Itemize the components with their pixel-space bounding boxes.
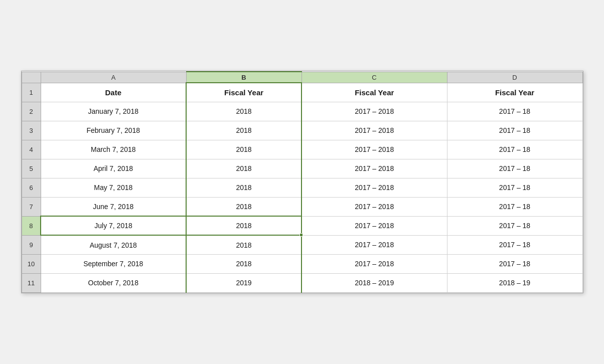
table-row: 10September 7, 201820182017 – 20182017 –…	[22, 254, 582, 273]
table-row: 3February 7, 201820182017 – 20182017 – 1…	[22, 121, 582, 140]
cell-value-1-d: Fiscal Year	[495, 88, 534, 97]
cell-7-c[interactable]: 2017 – 2018	[301, 197, 447, 216]
cell-value-2-a: January 7, 2018	[88, 107, 138, 115]
table-row: 8July 7, 201820182017 – 20182017 – 18	[22, 216, 582, 235]
cell-11-d[interactable]: 2018 – 19	[447, 273, 582, 292]
cell-7-b[interactable]: 2018	[186, 197, 301, 216]
cell-8-d[interactable]: 2017 – 18	[447, 216, 582, 235]
cell-value-9-c: 2017 – 2018	[355, 241, 394, 249]
cell-1-a[interactable]: Date	[41, 83, 186, 102]
spreadsheet: A B C D 1DateFiscal YearFiscal YearFisca…	[21, 71, 583, 293]
table-row: 5April 7, 201820182017 – 20182017 – 18	[22, 159, 582, 178]
cell-value-4-b: 2018	[236, 145, 251, 153]
row-num-9[interactable]: 9	[22, 235, 41, 254]
cell-value-4-c: 2017 – 2018	[355, 145, 394, 153]
cell-9-a[interactable]: August 7, 2018	[41, 235, 186, 254]
cell-1-c[interactable]: Fiscal Year	[301, 83, 447, 102]
cell-11-c[interactable]: 2018 – 2019	[301, 273, 447, 292]
col-header-c[interactable]: C	[301, 72, 447, 83]
row-num-6[interactable]: 6	[22, 178, 41, 197]
cell-value-11-a: October 7, 2018	[88, 279, 138, 287]
row-num-7[interactable]: 7	[22, 197, 41, 216]
cell-value-7-a: June 7, 2018	[93, 203, 133, 211]
row-num-11[interactable]: 11	[22, 273, 41, 292]
cell-value-8-d: 2017 – 18	[499, 222, 530, 230]
cell-4-a[interactable]: March 7, 2018	[41, 140, 186, 159]
col-header-b[interactable]: B	[186, 72, 301, 83]
cell-value-7-d: 2017 – 18	[499, 203, 530, 211]
row-num-5[interactable]: 5	[22, 159, 41, 178]
cell-value-2-d: 2017 – 18	[499, 107, 530, 115]
cell-value-6-b: 2018	[236, 184, 251, 192]
cell-2-b[interactable]: 2018	[186, 102, 301, 121]
cell-value-5-a: April 7, 2018	[93, 164, 133, 172]
cell-3-b[interactable]: 2018	[186, 121, 301, 140]
cell-5-b[interactable]: 2018	[186, 159, 301, 178]
cell-2-c[interactable]: 2017 – 2018	[301, 102, 447, 121]
cell-6-d[interactable]: 2017 – 18	[447, 178, 582, 197]
cell-value-1-c: Fiscal Year	[355, 88, 394, 97]
cell-5-c[interactable]: 2017 – 2018	[301, 159, 447, 178]
cell-3-d[interactable]: 2017 – 18	[447, 121, 582, 140]
cell-10-a[interactable]: September 7, 2018	[41, 254, 186, 273]
cell-value-10-d: 2017 – 18	[499, 260, 530, 268]
cell-value-9-d: 2017 – 18	[499, 241, 530, 249]
cell-4-b[interactable]: 2018	[186, 140, 301, 159]
cell-value-3-d: 2017 – 18	[499, 126, 530, 134]
cell-4-d[interactable]: 2017 – 18	[447, 140, 582, 159]
cell-5-d[interactable]: 2017 – 18	[447, 159, 582, 178]
cell-7-d[interactable]: 2017 – 18	[447, 197, 582, 216]
col-header-d[interactable]: D	[447, 72, 582, 83]
row-num-1[interactable]: 1	[22, 83, 41, 102]
cell-6-c[interactable]: 2017 – 2018	[301, 178, 447, 197]
row-num-4[interactable]: 4	[22, 140, 41, 159]
cell-11-b[interactable]: 2019	[186, 273, 301, 292]
cell-10-d[interactable]: 2017 – 18	[447, 254, 582, 273]
corner-cell	[22, 72, 41, 83]
cell-value-6-d: 2017 – 18	[499, 184, 530, 192]
cell-6-b[interactable]: 2018	[186, 178, 301, 197]
cell-11-a[interactable]: October 7, 2018	[41, 273, 186, 292]
cell-value-11-b: 2019	[236, 279, 251, 287]
cell-value-10-c: 2017 – 2018	[355, 260, 394, 268]
column-header-row: A B C D	[22, 72, 582, 83]
table-row: 9August 7, 201820182017 – 20182017 – 18	[22, 235, 582, 254]
cell-value-8-a: July 7, 2018	[94, 222, 132, 230]
cell-9-d[interactable]: 2017 – 18	[447, 235, 582, 254]
cell-8-a[interactable]: July 7, 2018	[41, 216, 186, 235]
cell-8-b[interactable]: 2018	[186, 216, 301, 235]
table-row: 7June 7, 201820182017 – 20182017 – 18	[22, 197, 582, 216]
cell-2-d[interactable]: 2017 – 18	[447, 102, 582, 121]
row-num-2[interactable]: 2	[22, 102, 41, 121]
cell-value-5-d: 2017 – 18	[499, 164, 530, 172]
cell-9-b[interactable]: 2018	[186, 235, 301, 254]
cell-1-b[interactable]: Fiscal Year	[186, 83, 301, 102]
cell-value-4-d: 2017 – 18	[499, 145, 530, 153]
cell-10-b[interactable]: 2018	[186, 254, 301, 273]
cell-6-a[interactable]: May 7, 2018	[41, 178, 186, 197]
cell-5-a[interactable]: April 7, 2018	[41, 159, 186, 178]
cell-8-c[interactable]: 2017 – 2018	[301, 216, 447, 235]
table-row: 1DateFiscal YearFiscal YearFiscal Year	[22, 83, 582, 102]
fill-handle[interactable]	[299, 233, 303, 237]
table-row: 6May 7, 201820182017 – 20182017 – 18	[22, 178, 582, 197]
cell-value-5-b: 2018	[236, 164, 251, 172]
cell-value-3-a: February 7, 2018	[86, 126, 140, 134]
cell-value-1-a: Date	[105, 88, 121, 97]
cell-value-3-c: 2017 – 2018	[355, 126, 394, 134]
cell-1-d[interactable]: Fiscal Year	[447, 83, 582, 102]
cell-2-a[interactable]: January 7, 2018	[41, 102, 186, 121]
cell-value-6-a: May 7, 2018	[94, 184, 132, 192]
col-header-a[interactable]: A	[41, 72, 186, 83]
cell-7-a[interactable]: June 7, 2018	[41, 197, 186, 216]
cell-3-c[interactable]: 2017 – 2018	[301, 121, 447, 140]
cell-value-9-b: 2018	[236, 241, 251, 249]
row-num-10[interactable]: 10	[22, 254, 41, 273]
cell-value-10-a: September 7, 2018	[83, 260, 143, 268]
cell-9-c[interactable]: 2017 – 2018	[301, 235, 447, 254]
cell-3-a[interactable]: February 7, 2018	[41, 121, 186, 140]
cell-10-c[interactable]: 2017 – 2018	[301, 254, 447, 273]
cell-4-c[interactable]: 2017 – 2018	[301, 140, 447, 159]
row-num-3[interactable]: 3	[22, 121, 41, 140]
row-num-8[interactable]: 8	[22, 216, 41, 235]
